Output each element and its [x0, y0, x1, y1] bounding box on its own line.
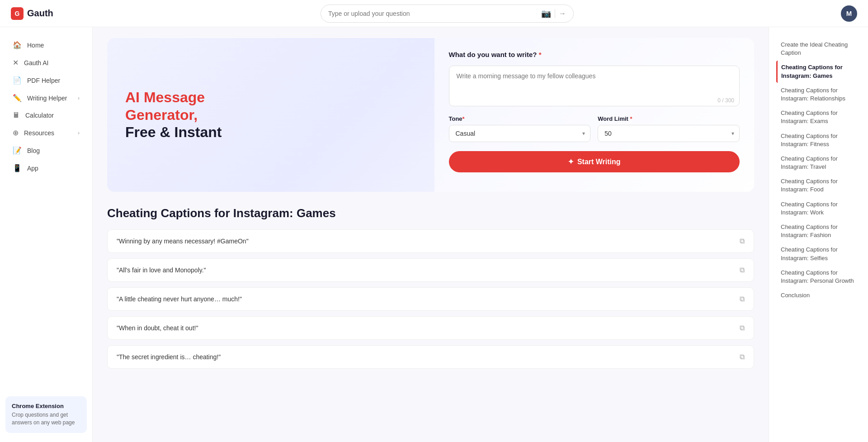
toc-list: Create the Ideal Cheating CaptionCheatin…: [776, 38, 861, 302]
char-count: 0 / 300: [717, 97, 734, 104]
toc-item-conclusion[interactable]: Conclusion: [776, 289, 861, 302]
sidebar-label-home: Home: [27, 42, 44, 49]
word-limit-label: Word Limit *: [598, 115, 740, 122]
section-title: Cheating Captions for Instagram: Games: [107, 206, 754, 220]
sidebar-item-blog[interactable]: 📝 Blog: [4, 142, 89, 159]
word-limit-select-wrap: 50100150200250300 ▾: [598, 125, 740, 142]
word-limit-required: *: [630, 115, 632, 122]
sidebar-item-pdf-helper[interactable]: 📄 PDF Helper: [4, 71, 89, 89]
sidebar-item-left: ✏️ Writing Helper: [13, 94, 67, 102]
sidebar-icon-app: 📱: [13, 164, 22, 172]
start-btn-label: Start Writing: [577, 158, 621, 166]
logo-name: Gauth: [27, 8, 53, 19]
sidebar-arrow-writing-helper: ›: [78, 95, 80, 101]
hero-title-line1: AI Message: [125, 89, 205, 105]
hero-title-line2: Generator,: [125, 107, 198, 123]
sidebar-label-resources: Resources: [24, 129, 54, 137]
sidebar-label-writing-helper: Writing Helper: [27, 95, 67, 102]
sidebar-label-gauth-ai: Gauth AI: [24, 59, 48, 67]
layout: 🏠 Home ✕ Gauth AI 📄 PDF Helper ✏️ Writin…: [0, 27, 868, 442]
caption-card: "Winning by any means necessary! #GameOn…: [107, 229, 754, 253]
caption-card: "A little cheating never hurt anyone… mu…: [107, 287, 754, 311]
sidebar-label-blog: Blog: [27, 147, 40, 154]
hero-right: What do you want to write? * 0 / 300 Ton…: [434, 38, 755, 192]
toc-item-create-ideal[interactable]: Create the Ideal Cheating Caption: [776, 38, 861, 60]
toc-item-personal-growth[interactable]: Cheating Captions for Instagram: Persona…: [776, 266, 861, 288]
sidebar-icon-pdf-helper: 📄: [13, 76, 22, 85]
sidebar-label-app: App: [27, 165, 38, 172]
start-btn-icon: ✦: [568, 157, 574, 166]
search-submit-button[interactable]: →: [559, 10, 566, 18]
toc-item-selfies[interactable]: Cheating Captions for Instagram: Selfies: [776, 243, 861, 265]
tone-select[interactable]: CasualFormalFriendlyProfessionalHumorous: [449, 125, 591, 142]
toc-item-fitness[interactable]: Cheating Captions for Instagram: Fitness: [776, 129, 861, 151]
caption-card: "The secret ingredient is… cheating!" ⧉: [107, 345, 754, 369]
chrome-extension-banner: Chrome Extension Crop questions and get …: [5, 396, 87, 433]
copy-icon[interactable]: ⧉: [740, 324, 745, 332]
search-bar: 📷 →: [321, 5, 574, 23]
toc-item-fashion[interactable]: Cheating Captions for Instagram: Fashion: [776, 220, 861, 242]
sidebar-label-pdf-helper: PDF Helper: [27, 77, 60, 84]
toc-item-travel[interactable]: Cheating Captions for Instagram: Travel: [776, 152, 861, 174]
sidebar-item-app[interactable]: 📱 App: [4, 159, 89, 177]
sidebar-icon-writing-helper: ✏️: [13, 94, 22, 102]
copy-icon[interactable]: ⧉: [740, 295, 745, 303]
hero-question-label: What do you want to write? *: [449, 51, 740, 58]
caption-card: "When in doubt, cheat it out!" ⧉: [107, 316, 754, 340]
textarea-wrap: 0 / 300: [449, 66, 740, 108]
toc-item-work[interactable]: Cheating Captions for Instagram: Work: [776, 198, 861, 219]
topbar: G Gauth 📷 → M: [0, 0, 868, 27]
toc-sidebar: Create the Ideal Cheating CaptionCheatin…: [769, 27, 868, 442]
sidebar: 🏠 Home ✕ Gauth AI 📄 PDF Helper ✏️ Writin…: [0, 27, 93, 442]
sidebar-icon-home: 🏠: [13, 41, 22, 49]
form-row: Tone* CasualFormalFriendlyProfessionalHu…: [449, 115, 740, 142]
copy-icon[interactable]: ⧉: [740, 266, 745, 274]
search-divider: [555, 9, 555, 18]
logo-icon: G: [11, 7, 24, 20]
sidebar-icon-gauth-ai: ✕: [13, 58, 19, 67]
caption-text: "A little cheating never hurt anyone… mu…: [117, 295, 242, 303]
caption-list: "Winning by any means necessary! #GameOn…: [107, 229, 754, 369]
toc-item-exams[interactable]: Cheating Captions for Instagram: Exams: [776, 106, 861, 128]
hero-card: AI Message Generator, Free & Instant Wha…: [107, 38, 754, 192]
message-input[interactable]: [449, 66, 740, 106]
sidebar-item-gauth-ai[interactable]: ✕ Gauth AI: [4, 54, 89, 71]
sidebar-nav: 🏠 Home ✕ Gauth AI 📄 PDF Helper ✏️ Writin…: [0, 36, 92, 177]
chrome-ext-desc: Crop questions and get answers on any we…: [12, 411, 80, 427]
avatar[interactable]: M: [841, 5, 857, 22]
caption-text: "The secret ingredient is… cheating!": [117, 353, 221, 361]
caption-text: "When in doubt, cheat it out!": [117, 324, 198, 332]
sidebar-icon-blog: 📝: [13, 146, 22, 155]
caption-text: "Winning by any means necessary! #GameOn…: [117, 238, 249, 245]
copy-icon[interactable]: ⧉: [740, 237, 745, 245]
search-input[interactable]: [328, 10, 538, 17]
required-star: *: [539, 51, 542, 58]
sidebar-icon-resources: ⊕: [13, 128, 19, 137]
toc-item-relationships[interactable]: Cheating Captions for Instagram: Relatio…: [776, 84, 861, 105]
logo: G Gauth: [11, 7, 53, 20]
chrome-ext-title: Chrome Extension: [12, 403, 80, 409]
tone-group: Tone* CasualFormalFriendlyProfessionalHu…: [449, 115, 591, 142]
sidebar-icon-calculator: 🖩: [13, 111, 20, 119]
word-limit-group: Word Limit * 50100150200250300 ▾: [598, 115, 740, 142]
word-limit-select[interactable]: 50100150200250300: [598, 125, 740, 142]
copy-icon[interactable]: ⧉: [740, 353, 745, 361]
sidebar-item-resources[interactable]: ⊕ Resources ›: [4, 124, 89, 142]
sidebar-label-calculator: Calculator: [25, 112, 54, 119]
start-writing-button[interactable]: ✦ Start Writing: [449, 151, 740, 172]
tone-label: Tone*: [449, 115, 591, 122]
sidebar-item-home[interactable]: 🏠 Home: [4, 36, 89, 54]
sidebar-item-left: ⊕ Resources: [13, 128, 54, 137]
tone-select-wrap: CasualFormalFriendlyProfessionalHumorous…: [449, 125, 591, 142]
main-content: AI Message Generator, Free & Instant Wha…: [93, 27, 769, 442]
camera-icon[interactable]: 📷: [541, 9, 551, 19]
hero-title: AI Message Generator, Free & Instant: [125, 89, 416, 141]
caption-card: "All's fair in love and Monopoly." ⧉: [107, 258, 754, 282]
sidebar-item-writing-helper[interactable]: ✏️ Writing Helper ›: [4, 89, 89, 107]
caption-text: "All's fair in love and Monopoly.": [117, 266, 206, 274]
toc-item-food[interactable]: Cheating Captions for Instagram: Food: [776, 175, 861, 196]
toc-item-games[interactable]: Cheating Captions for Instagram: Games: [776, 61, 861, 82]
hero-title-line3: Free & Instant: [125, 124, 222, 140]
sidebar-item-calculator[interactable]: 🖩 Calculator: [4, 107, 89, 124]
sidebar-arrow-resources: ›: [78, 130, 80, 136]
